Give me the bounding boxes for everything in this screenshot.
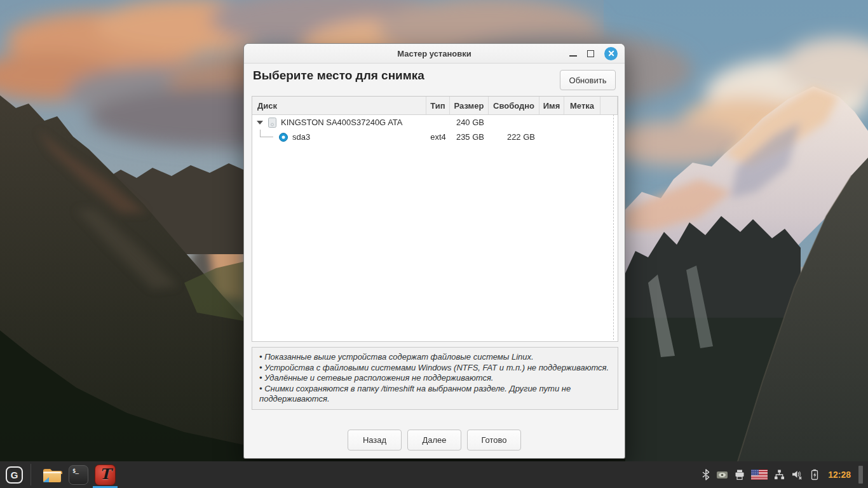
- close-button[interactable]: [604, 47, 618, 60]
- system-tray: 12:28: [702, 466, 868, 484]
- column-header-disk[interactable]: Диск: [252, 97, 426, 114]
- partition-label: sda3: [292, 132, 310, 142]
- flag-canton: [751, 470, 759, 475]
- printer-icon[interactable]: [734, 469, 745, 480]
- timeshift-icon: T: [95, 464, 116, 485]
- timeshift-setup-wizard-window: Мастер установки Выберите место для сним…: [243, 43, 625, 459]
- column-resize-guide: [613, 114, 614, 340]
- keyboard-layout-us-flag-icon[interactable]: [751, 470, 768, 480]
- maximize-button[interactable]: [587, 50, 594, 57]
- show-desktop-button[interactable]: [858, 466, 863, 484]
- page-title: Выберите место для снимка: [253, 69, 424, 83]
- taskbar-item-timeshift-active[interactable]: T: [92, 461, 119, 488]
- window-title: Мастер установки: [397, 49, 471, 58]
- app-menu-button[interactable]: G: [6, 466, 23, 484]
- column-header-name[interactable]: Имя: [539, 97, 564, 114]
- partition-radio-selected[interactable]: [279, 133, 288, 142]
- partition-size: 235 GB: [450, 132, 489, 142]
- back-button[interactable]: Назад: [348, 430, 402, 451]
- launcher-file-manager[interactable]: [39, 461, 65, 488]
- network-icon[interactable]: [773, 469, 785, 480]
- finish-button[interactable]: Готово: [467, 430, 521, 451]
- device-size: 240 GB: [450, 118, 489, 127]
- launcher-terminal[interactable]: $_: [65, 461, 92, 488]
- tree-branch-line: [260, 130, 273, 137]
- nvidia-icon[interactable]: [716, 469, 728, 480]
- refresh-button[interactable]: Обновить: [560, 70, 616, 90]
- tree-expander-icon[interactable]: [257, 121, 263, 125]
- notes-panel: • Показанные выше устройства содержат фа…: [252, 347, 618, 410]
- terminal-icon: $_: [69, 465, 88, 485]
- volume-muted-icon[interactable]: [791, 469, 803, 480]
- minimize-button[interactable]: [569, 49, 577, 58]
- window-controls: [569, 44, 618, 63]
- note-line: • Удалённые и сетевые расположения не по…: [259, 373, 611, 384]
- note-line: • Показанные выше устройства содержат фа…: [259, 352, 611, 363]
- column-header-size[interactable]: Размер: [450, 97, 489, 114]
- note-line: • Устройства с файловыми системами Windo…: [259, 363, 611, 374]
- disk-table: Диск Тип Размер Свободно Имя Метка KINGS…: [252, 96, 618, 342]
- next-button[interactable]: Далее: [407, 430, 461, 451]
- note-line: • Снимки сохраняются в папку /timeshift …: [259, 384, 611, 405]
- column-header-free[interactable]: Свободно: [489, 97, 539, 114]
- taskbar-clock[interactable]: 12:28: [828, 470, 851, 480]
- device-label: KINGSTON SA400S37240G ATA: [281, 118, 402, 127]
- folder-icon: [42, 466, 62, 484]
- column-header-type[interactable]: Тип: [426, 97, 450, 114]
- hard-disk-icon: [268, 118, 276, 128]
- battery-icon[interactable]: [809, 469, 820, 480]
- taskbar-separator: [31, 464, 31, 485]
- partition-type: ext4: [426, 132, 450, 142]
- partition-free: 222 GB: [489, 132, 539, 142]
- column-header-label[interactable]: Метка: [564, 97, 600, 114]
- taskbar: G $_ T: [0, 461, 868, 488]
- bluetooth-icon[interactable]: [702, 469, 710, 480]
- table-row-partition[interactable]: sda3 ext4 235 GB 222 GB: [252, 130, 618, 144]
- disk-table-header: Диск Тип Размер Свободно Имя Метка: [252, 97, 618, 115]
- title-bar[interactable]: Мастер установки: [244, 44, 625, 64]
- wizard-nav: Назад Далее Готово: [244, 430, 625, 451]
- table-row-device[interactable]: KINGSTON SA400S37240G ATA 240 GB: [252, 115, 618, 130]
- column-header-empty: [600, 97, 618, 114]
